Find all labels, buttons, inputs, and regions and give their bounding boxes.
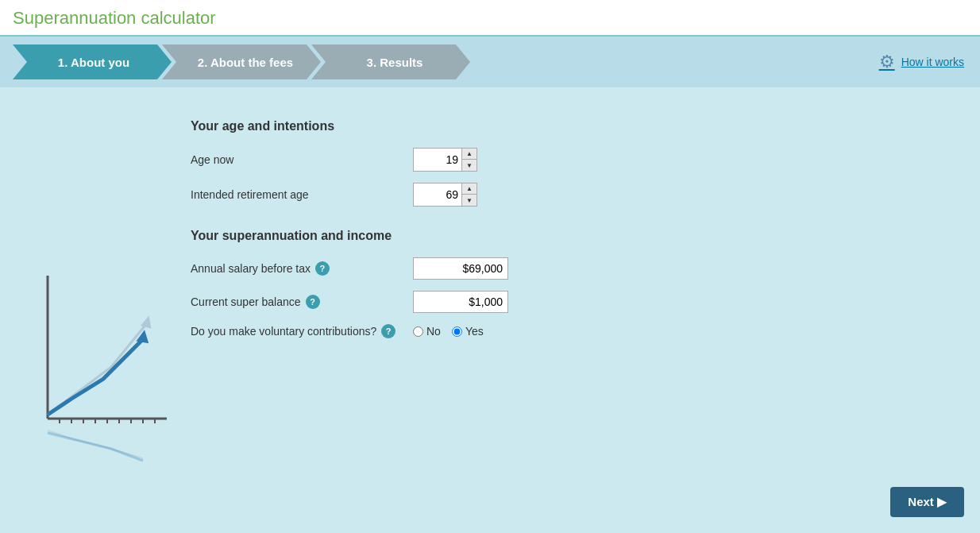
step-1-button[interactable]: 1. About you	[13, 44, 172, 79]
main-area: 1. About you 2. About the fees 3. Result…	[0, 37, 980, 533]
super-balance-help-icon[interactable]: ?	[306, 295, 320, 309]
retirement-age-spinner-btns: ▲ ▼	[461, 183, 476, 206]
age-now-spinner-btns: ▲ ▼	[461, 149, 476, 171]
age-now-label: Age now	[191, 153, 413, 166]
section1-heading: Your age and intentions	[191, 119, 948, 133]
super-balance-row: Current super balance ?	[191, 291, 948, 313]
title-bar: Superannuation calculator	[0, 0, 980, 37]
voluntary-no-radio[interactable]	[413, 326, 423, 337]
super-balance-field[interactable]	[413, 291, 508, 313]
chart-illustration	[16, 268, 171, 469]
annual-salary-field[interactable]	[413, 257, 508, 280]
voluntary-contributions-row: Do you make voluntary contributions? ? N…	[191, 324, 948, 338]
voluntary-contributions-label: Do you make voluntary contributions? ?	[191, 324, 413, 338]
age-now-row: Age now ▲ ▼	[191, 148, 948, 172]
form-section: Your age and intentions Age now ▲ ▼	[175, 103, 948, 350]
retirement-age-decrement[interactable]: ▼	[462, 195, 476, 206]
content-area: Your age and intentions Age now ▲ ▼	[175, 87, 980, 365]
retirement-age-field[interactable]	[414, 183, 461, 206]
age-now-input-wrap: ▲ ▼	[413, 148, 477, 172]
voluntary-contributions-help-icon[interactable]: ?	[381, 324, 395, 338]
annual-salary-help-icon[interactable]: ?	[315, 261, 330, 276]
retirement-age-label: Intended retirement age	[191, 188, 413, 201]
annual-salary-row: Annual salary before tax ?	[191, 257, 948, 280]
retirement-age-spinner[interactable]: ▲ ▼	[413, 183, 477, 207]
annual-salary-label: Annual salary before tax ?	[191, 261, 413, 276]
next-button[interactable]: Next ▶	[890, 487, 964, 517]
super-balance-label: Current super balance ?	[191, 295, 413, 309]
voluntary-radio-group: No Yes	[413, 325, 484, 338]
svg-marker-11	[141, 315, 154, 329]
age-now-field[interactable]	[414, 149, 461, 171]
retirement-age-increment[interactable]: ▲	[462, 183, 476, 195]
step-3-button[interactable]: 3. Results	[311, 44, 470, 79]
age-now-decrement[interactable]: ▼	[462, 160, 476, 171]
svg-marker-12	[136, 329, 151, 344]
app-title: Superannuation calculator	[13, 8, 967, 29]
steps-nav: 1. About you 2. About the fees 3. Result…	[0, 37, 980, 87]
voluntary-contributions-input-wrap: No Yes	[413, 325, 484, 338]
section2-heading: Your superannuation and income	[191, 229, 948, 243]
how-it-works-link[interactable]: ⚙ How it works	[879, 52, 964, 72]
super-balance-input-wrap	[413, 291, 508, 313]
retirement-age-input-wrap: ▲ ▼	[413, 183, 477, 207]
gear-icon: ⚙	[879, 52, 895, 72]
how-it-works-label: How it works	[901, 56, 964, 68]
age-now-increment[interactable]: ▲	[462, 149, 476, 160]
retirement-age-row: Intended retirement age ▲ ▼	[191, 183, 948, 207]
annual-salary-input-wrap	[413, 257, 508, 280]
step-2-button[interactable]: 2. About the fees	[162, 44, 321, 79]
voluntary-yes-radio[interactable]	[452, 326, 462, 337]
voluntary-no-label[interactable]: No	[413, 325, 441, 338]
age-now-spinner[interactable]: ▲ ▼	[413, 148, 477, 172]
voluntary-yes-label[interactable]: Yes	[452, 325, 484, 338]
